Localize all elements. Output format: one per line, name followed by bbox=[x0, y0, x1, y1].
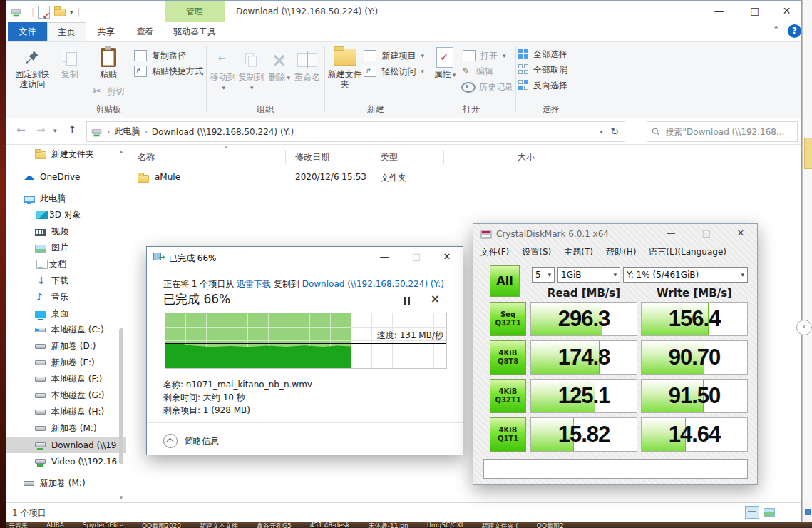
new-folder-icon[interactable] bbox=[54, 9, 66, 16]
sidebar-item-downloads[interactable]: 下载 bbox=[6, 273, 126, 289]
sidebar-item-disk-m-2[interactable]: 新加卷 (M:) bbox=[6, 475, 126, 492]
sidebar-item-download-share[interactable]: Download (\\19 bbox=[6, 437, 126, 453]
easy-access-button[interactable]: 轻松访问 bbox=[362, 65, 424, 78]
tab-home[interactable]: 主页 bbox=[47, 22, 86, 41]
menu-file[interactable]: 文件(F) bbox=[480, 246, 509, 258]
file-row-amule[interactable]: aMule 2020/12/6 15:53 文件夹 bbox=[132, 169, 702, 186]
address-dropdown-icon[interactable]: ▾ bbox=[600, 128, 603, 136]
history-button[interactable]: 历史记录 bbox=[461, 81, 513, 93]
maximize-button[interactable]: □ bbox=[739, 1, 771, 22]
search-input[interactable] bbox=[664, 126, 793, 138]
sidebar-item-desktop[interactable]: 桌面 bbox=[6, 305, 126, 322]
tab-file[interactable]: 文件 bbox=[8, 22, 47, 41]
help-button[interactable]: ? bbox=[788, 24, 801, 38]
copy-to-button[interactable]: 复制到 bbox=[237, 48, 266, 93]
scrollbar-thumb[interactable] bbox=[119, 328, 123, 464]
desktop-icon-label[interactable]: tImgSC/CXI bbox=[427, 522, 463, 528]
seq-q32t1-button[interactable]: SeqQ32T1 bbox=[490, 302, 526, 336]
comment-input[interactable] bbox=[483, 459, 748, 479]
open-button[interactable]: 打开 bbox=[461, 49, 513, 62]
desktop-icon-label[interactable]: AURA bbox=[46, 522, 64, 528]
menu-settings[interactable]: 设置(S) bbox=[522, 246, 551, 258]
desktop-icon-label[interactable]: 新建文件夹 ( bbox=[481, 522, 518, 528]
menu-theme[interactable]: 主题(T) bbox=[564, 246, 593, 258]
copy-button[interactable]: 复制 bbox=[51, 45, 89, 79]
menu-language[interactable]: 语言(L)(Language) bbox=[649, 246, 726, 258]
sidebar-item-disk-e[interactable]: 新加卷 (E:) bbox=[6, 355, 126, 371]
desktop-icon-label[interactable]: 云音乐 bbox=[9, 522, 28, 528]
4kib-q1t1-button[interactable]: 4KiBQ1T1 bbox=[490, 417, 526, 452]
sidebar-item-onedrive[interactable]: OneDrive bbox=[6, 168, 126, 185]
fewer-details-toggle[interactable]: 简略信息 bbox=[163, 434, 219, 448]
sidebar-item-disk-h[interactable]: 本地磁盘 (H:) bbox=[6, 404, 126, 420]
column-size[interactable]: 大小 bbox=[518, 151, 535, 163]
sidebar-item-disk-f[interactable]: 本地磁盘 (F:) bbox=[6, 371, 126, 387]
4kib-q8t8-button[interactable]: 4KiBQ8T8 bbox=[490, 340, 526, 375]
recent-locations-arrow-icon[interactable]: ▾ bbox=[53, 127, 57, 134]
sidebar-item-new-folder[interactable]: 新建文件夹 bbox=[6, 146, 126, 163]
test-count-select[interactable]: 5▾ bbox=[532, 267, 555, 283]
tab-view[interactable]: 查看 bbox=[125, 22, 165, 41]
back-button[interactable]: ← bbox=[16, 123, 26, 136]
minimize-button[interactable]: — bbox=[654, 224, 687, 244]
move-to-button[interactable]: 移动到 bbox=[209, 48, 237, 93]
tab-drive-tools[interactable]: 驱动器工具 bbox=[165, 22, 225, 41]
sidebar-item-pictures[interactable]: 图片 bbox=[6, 240, 126, 256]
sidebar-item-this-pc[interactable]: 此电脑 bbox=[6, 191, 126, 207]
up-button[interactable]: ↑ bbox=[68, 123, 77, 136]
pause-icon[interactable] bbox=[402, 297, 411, 305]
invert-selection-button[interactable]: 反向选择 bbox=[518, 79, 584, 92]
breadcrumb[interactable]: › 此电脑 › Download (\\192.168.50.224) (Y:)… bbox=[86, 121, 625, 142]
select-all-button[interactable]: 全部选择 bbox=[518, 48, 584, 61]
desktop-icon-label[interactable]: Spyder5Elite bbox=[83, 522, 123, 528]
source-folder-link[interactable]: 迅雷下载 bbox=[237, 279, 271, 289]
sidebar-item-disk-m[interactable]: 新加卷 (M:) bbox=[6, 420, 126, 437]
column-name[interactable]: 名称 bbox=[138, 151, 155, 163]
delete-button[interactable]: × 删除 bbox=[265, 48, 294, 82]
breadcrumb-this-pc[interactable]: 此电脑 bbox=[114, 126, 140, 138]
target-drive-select[interactable]: Y: 1% (5/461GiB)▾ bbox=[623, 267, 748, 283]
copy-path-button[interactable]: 复制路径 bbox=[133, 49, 203, 62]
desktop-icon-label[interactable]: QQ截图2020 bbox=[142, 522, 181, 528]
sidebar-item-video-share[interactable]: Video (\\192.16 bbox=[6, 453, 126, 469]
collapse-ribbon-icon[interactable]: ⌃ bbox=[773, 25, 779, 34]
sidebar-item-disk-c[interactable]: 本地磁盘 (C:) bbox=[6, 322, 126, 338]
search-box[interactable] bbox=[647, 121, 798, 142]
new-folder-button[interactable]: 新建文件夹 bbox=[327, 45, 362, 90]
breadcrumb-current[interactable]: Download (\\192.168.50.224) (Y:) bbox=[152, 127, 294, 137]
menu-help[interactable]: 帮助(H) bbox=[606, 246, 636, 258]
4kib-q32t1-button[interactable]: 4KiBQ32T1 bbox=[490, 379, 526, 413]
sidebar-scrollbar[interactable]: ▴ ▾ bbox=[117, 146, 125, 502]
desktop-icon-label[interactable]: 鑫谷开孔G5 bbox=[257, 522, 292, 528]
properties-button[interactable]: 属性 bbox=[428, 45, 461, 79]
desktop-icon-label[interactable]: 宋体趣-11.pn bbox=[369, 522, 408, 528]
tab-share[interactable]: 共享 bbox=[86, 22, 125, 41]
column-date[interactable]: 修改日期 bbox=[295, 151, 329, 163]
paste-button[interactable]: 粘贴 bbox=[88, 45, 128, 79]
desktop-icon-label[interactable]: 新建文本文件 bbox=[200, 522, 238, 528]
details-view-button[interactable] bbox=[745, 506, 759, 519]
collapse-panel-icon[interactable]: ‹ bbox=[796, 320, 812, 335]
sidebar-item-documents[interactable]: 文档 bbox=[6, 256, 126, 273]
close-button[interactable]: ✕ bbox=[724, 224, 757, 244]
run-all-button[interactable]: All bbox=[490, 265, 520, 297]
edit-button[interactable]: 编辑 bbox=[461, 65, 513, 78]
pin-to-quick-access-button[interactable]: 固定到快速访问 bbox=[14, 45, 51, 90]
close-button[interactable]: ✕ bbox=[771, 1, 803, 22]
cut-button[interactable]: 剪切 bbox=[93, 85, 125, 98]
forward-button[interactable]: → bbox=[36, 123, 46, 136]
sidebar-item-videos[interactable]: 视频 bbox=[6, 223, 126, 240]
paste-shortcut-button[interactable]: 粘贴快捷方式 bbox=[133, 65, 203, 78]
destination-folder-link[interactable]: Download (\\192.168.50.224) (Y:) bbox=[302, 279, 444, 289]
desktop-icon-label[interactable]: 451.48-desk bbox=[310, 522, 350, 528]
sidebar-item-disk-g[interactable]: 本地磁盘 (G:) bbox=[6, 387, 126, 404]
cancel-copy-icon[interactable]: × bbox=[431, 293, 440, 305]
scroll-up-icon[interactable]: ▴ bbox=[118, 148, 125, 155]
refresh-icon[interactable]: ↻ bbox=[610, 126, 619, 137]
sidebar-item-music[interactable]: 音乐 bbox=[6, 289, 126, 305]
select-none-button[interactable]: 全部取消 bbox=[518, 64, 584, 76]
scroll-down-icon[interactable]: ▾ bbox=[118, 494, 125, 501]
minimize-button[interactable]: — bbox=[703, 1, 735, 22]
desktop-icon-label[interactable]: QQ截图2 bbox=[537, 522, 564, 528]
minimize-button[interactable]: — bbox=[369, 247, 400, 268]
